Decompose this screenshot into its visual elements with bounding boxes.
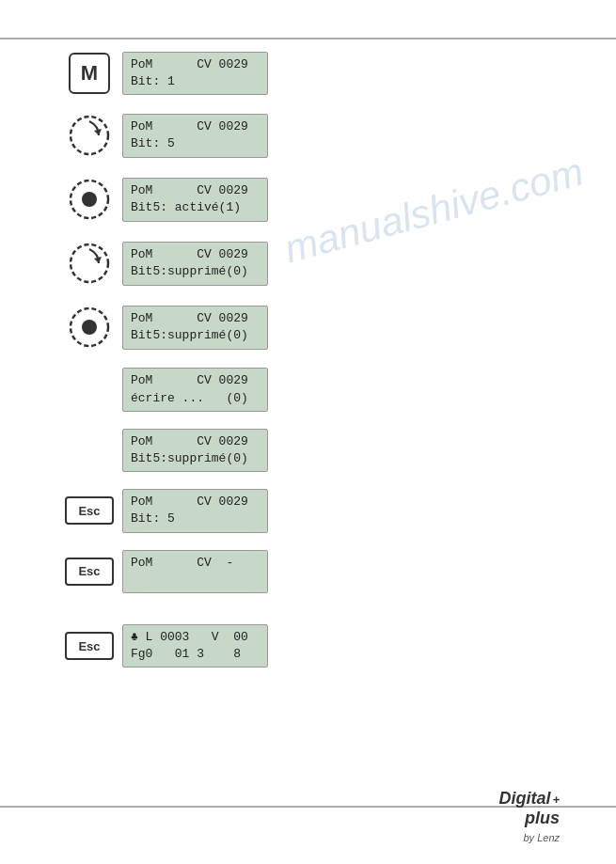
icon-circle-arrow-box-2 bbox=[56, 240, 122, 287]
logo-superscript: + bbox=[552, 793, 560, 807]
svg-marker-1 bbox=[94, 129, 102, 135]
lcd-line1-6: PoM CV 0029 bbox=[131, 372, 260, 389]
lcd-line2-3: Bit5: activé(1) bbox=[131, 199, 260, 216]
lcd-display-1: PoM CV 0029 Bit: 1 bbox=[122, 52, 268, 95]
logo-by-lenz: by Lenz bbox=[523, 832, 560, 843]
row-9: Esc PoM CV - bbox=[56, 550, 560, 593]
icon-esc-box-3: Esc bbox=[56, 632, 122, 660]
lcd-display-6: PoM CV 0029 écrire ... (0) bbox=[122, 368, 268, 411]
lcd-line2-2: Bit: 5 bbox=[131, 135, 260, 152]
m-button[interactable]: M bbox=[69, 53, 110, 94]
row-4: PoM CV 0029 Bit5:supprimé(0) bbox=[56, 240, 560, 287]
logo-plus: plus bbox=[525, 809, 560, 827]
row-3: PoM CV 0029 Bit5: activé(1) bbox=[56, 176, 560, 223]
top-divider bbox=[0, 38, 616, 39]
lcd-line2-5: Bit5:supprimé(0) bbox=[131, 327, 260, 344]
icon-circle-dot-box-1 bbox=[56, 176, 122, 223]
svg-point-7 bbox=[82, 320, 97, 335]
row-5: PoM CV 0029 Bit5:supprimé(0) bbox=[56, 304, 560, 351]
esc-button-3[interactable]: Esc bbox=[65, 632, 114, 660]
lcd-line2-10: Fg0 01 3 8 bbox=[131, 646, 260, 663]
row-1: M PoM CV 0029 Bit: 1 bbox=[56, 52, 560, 95]
row-2: PoM CV 0029 Bit: 5 bbox=[56, 112, 560, 159]
lcd-display-3: PoM CV 0029 Bit5: activé(1) bbox=[122, 178, 268, 221]
circle-dot-icon-1 bbox=[66, 176, 113, 223]
svg-point-3 bbox=[82, 192, 97, 207]
lcd-display-9: PoM CV - bbox=[122, 550, 268, 593]
row-7: PoM CV 0029 Bit5:supprimé(0) bbox=[56, 429, 560, 472]
lcd-display-7: PoM CV 0029 Bit5:supprimé(0) bbox=[122, 429, 268, 472]
lcd-line1-5: PoM CV 0029 bbox=[131, 310, 260, 327]
row-6: PoM CV 0029 écrire ... (0) bbox=[56, 368, 560, 411]
lcd-line2-6: écrire ... (0) bbox=[131, 390, 260, 407]
svg-marker-5 bbox=[94, 257, 102, 263]
lcd-line2-8: Bit: 5 bbox=[131, 511, 260, 527]
lcd-line1-9: PoM CV - bbox=[131, 555, 260, 572]
icon-circle-arrow-box-1 bbox=[56, 112, 122, 159]
lcd-line2-1: Bit: 1 bbox=[131, 73, 260, 90]
icon-esc-box-1: Esc bbox=[56, 496, 122, 525]
lcd-line1-8: PoM CV 0029 bbox=[131, 494, 260, 511]
circle-arrow-icon-1 bbox=[66, 112, 113, 159]
lcd-line1-4: PoM CV 0029 bbox=[131, 246, 260, 263]
lcd-display-10: ♣ L 0003 V 00 Fg0 01 3 8 bbox=[122, 624, 268, 668]
icon-esc-box-2: Esc bbox=[56, 558, 122, 586]
circle-dot-icon-2 bbox=[66, 304, 113, 351]
esc-button-2[interactable]: Esc bbox=[65, 558, 114, 586]
lcd-display-2: PoM CV 0029 Bit: 5 bbox=[122, 114, 268, 157]
lcd-display-4: PoM CV 0029 Bit5:supprimé(0) bbox=[122, 242, 268, 285]
lcd-line1-7: PoM CV 0029 bbox=[131, 433, 260, 450]
lcd-display-5: PoM CV 0029 Bit5:supprimé(0) bbox=[122, 306, 268, 349]
logo: Digital + plus by Lenz bbox=[498, 789, 560, 845]
row-10: Esc ♣ L 0003 V 00 Fg0 01 3 8 bbox=[56, 624, 560, 668]
lcd-line1-3: PoM CV 0029 bbox=[131, 182, 260, 199]
lcd-display-8: PoM CV 0029 Bit: 5 bbox=[122, 489, 268, 532]
logo-digital: Digital bbox=[498, 789, 550, 809]
esc-button-1[interactable]: Esc bbox=[65, 496, 114, 525]
lcd-line1-10: ♣ L 0003 V 00 bbox=[131, 629, 260, 646]
lcd-line2-9 bbox=[131, 572, 260, 589]
lcd-line2-7: Bit5:supprimé(0) bbox=[131, 450, 260, 467]
row-8: Esc PoM CV 0029 Bit: 5 bbox=[56, 489, 560, 532]
icon-circle-dot-box-2 bbox=[56, 304, 122, 351]
circle-arrow-icon-2 bbox=[66, 240, 113, 287]
lcd-line1-2: PoM CV 0029 bbox=[131, 118, 260, 135]
main-content: M PoM CV 0029 Bit: 1 PoM CV 0029 Bit: 5 bbox=[0, 52, 616, 684]
lcd-line1-1: PoM CV 0029 bbox=[131, 56, 260, 73]
lcd-line2-4: Bit5:supprimé(0) bbox=[131, 263, 260, 280]
icon-m-box: M bbox=[56, 53, 122, 94]
